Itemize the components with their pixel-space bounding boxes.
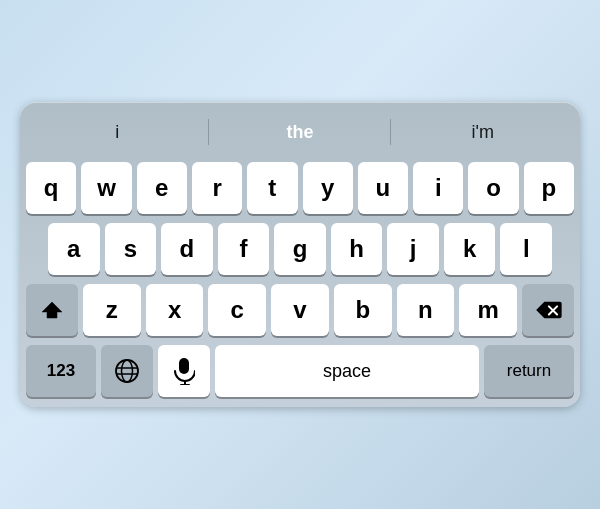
- key-row-3: z x c v b n m: [26, 284, 574, 336]
- key-f[interactable]: f: [218, 223, 270, 275]
- key-h[interactable]: h: [331, 223, 383, 275]
- key-p[interactable]: p: [524, 162, 574, 214]
- key-w[interactable]: w: [81, 162, 131, 214]
- key-o[interactable]: o: [468, 162, 518, 214]
- autocomplete-center[interactable]: the: [209, 110, 392, 154]
- svg-rect-6: [179, 358, 189, 374]
- key-e[interactable]: e: [137, 162, 187, 214]
- key-row-2: a s d f g h j k l: [26, 223, 574, 275]
- key-n[interactable]: n: [397, 284, 455, 336]
- key-d[interactable]: d: [161, 223, 213, 275]
- key-m[interactable]: m: [459, 284, 517, 336]
- key-x[interactable]: x: [146, 284, 204, 336]
- space-key[interactable]: space: [215, 345, 479, 397]
- key-j[interactable]: j: [387, 223, 439, 275]
- key-v[interactable]: v: [271, 284, 329, 336]
- key-k[interactable]: k: [444, 223, 496, 275]
- autocomplete-bar: i the i'm: [26, 110, 574, 154]
- bottom-row: 123 space return: [26, 345, 574, 397]
- autocomplete-right[interactable]: i'm: [391, 110, 574, 154]
- autocomplete-left[interactable]: i: [26, 110, 209, 154]
- key-z[interactable]: z: [83, 284, 141, 336]
- key-s[interactable]: s: [105, 223, 157, 275]
- key-c[interactable]: c: [208, 284, 266, 336]
- key-r[interactable]: r: [192, 162, 242, 214]
- svg-point-3: [122, 360, 133, 382]
- numbers-key[interactable]: 123: [26, 345, 96, 397]
- key-l[interactable]: l: [500, 223, 552, 275]
- key-a[interactable]: a: [48, 223, 100, 275]
- keyboard: i the i'm q w e r t y u i o p a s d f g …: [20, 102, 580, 407]
- svg-point-2: [116, 360, 138, 382]
- key-b[interactable]: b: [334, 284, 392, 336]
- key-u[interactable]: u: [358, 162, 408, 214]
- key-y[interactable]: y: [303, 162, 353, 214]
- key-q[interactable]: q: [26, 162, 76, 214]
- backspace-key[interactable]: [522, 284, 574, 336]
- key-i[interactable]: i: [413, 162, 463, 214]
- key-g[interactable]: g: [274, 223, 326, 275]
- microphone-key[interactable]: [158, 345, 210, 397]
- shift-key[interactable]: [26, 284, 78, 336]
- globe-key[interactable]: [101, 345, 153, 397]
- key-row-1: q w e r t y u i o p: [26, 162, 574, 214]
- key-t[interactable]: t: [247, 162, 297, 214]
- return-key[interactable]: return: [484, 345, 574, 397]
